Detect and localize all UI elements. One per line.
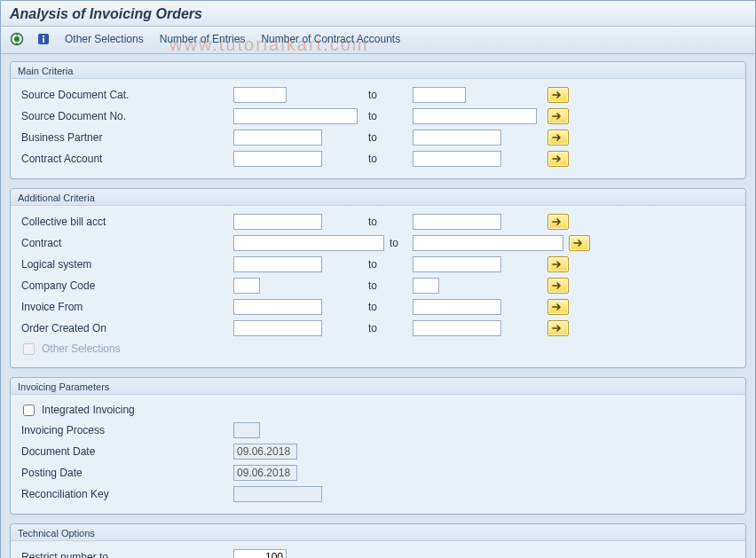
- integrated-invoicing-checkbox[interactable]: [23, 405, 35, 416]
- collective-bill-from-input[interactable]: [233, 214, 322, 230]
- row-source-document-cat: Source Document Cat. to: [20, 84, 736, 106]
- sap-window: Analysis of Invoicing Orders www.tutoria…: [0, 0, 756, 558]
- label: Company Code: [20, 279, 228, 292]
- logical-system-to-input[interactable]: [413, 256, 501, 272]
- company-code-to-input[interactable]: [413, 278, 439, 294]
- order-created-from-input[interactable]: [233, 320, 322, 336]
- multiple-selection-button[interactable]: [547, 256, 569, 272]
- multiple-selection-button[interactable]: [547, 320, 569, 336]
- group-legend: Additional Criteria: [11, 189, 745, 206]
- contract-from-input[interactable]: [233, 235, 384, 251]
- svg-rect-5: [43, 35, 44, 37]
- to-label: to: [363, 131, 407, 144]
- src-doc-no-to-input[interactable]: [413, 108, 537, 124]
- row-contract: Contract to: [20, 232, 736, 254]
- to-label: to: [363, 322, 407, 334]
- row-order-created-on: Order Created On to: [20, 318, 736, 339]
- label: Source Document Cat.: [20, 89, 228, 101]
- label: Invoicing Process: [20, 424, 228, 436]
- multiple-selection-button[interactable]: [547, 87, 569, 103]
- label: Contract Account: [20, 153, 228, 165]
- multiple-selection-button[interactable]: [547, 299, 569, 315]
- multiple-selection-button[interactable]: [569, 235, 590, 251]
- integrated-invoicing-label: Integrated Invoicing: [42, 404, 135, 416]
- row-restrict-number: Restrict number to: [20, 546, 736, 558]
- row-logical-system: Logical system to: [20, 254, 736, 275]
- execute-button[interactable]: [8, 30, 26, 48]
- row-business-partner: Business Partner to: [20, 127, 736, 148]
- to-label: to: [363, 153, 407, 165]
- multiple-selection-button[interactable]: [547, 151, 569, 167]
- contract-account-to-input[interactable]: [413, 151, 501, 167]
- invoice-from-to-input[interactable]: [413, 299, 501, 315]
- group-main-criteria: Main Criteria Source Document Cat. to So…: [10, 61, 746, 179]
- row-posting-date: Posting Date: [20, 462, 736, 483]
- company-code-from-input[interactable]: [233, 278, 260, 294]
- src-doc-no-from-input[interactable]: [233, 108, 358, 124]
- toolbar: Other Selections Number of Entries Numbe…: [1, 27, 755, 54]
- label: Contract: [20, 237, 228, 249]
- menu-number-of-contract-accounts[interactable]: Number of Contract Accounts: [257, 31, 404, 47]
- reconciliation-key-input[interactable]: [233, 486, 322, 502]
- content-area: Main Criteria Source Document Cat. to So…: [1, 54, 755, 558]
- contract-account-from-input[interactable]: [233, 151, 322, 167]
- restrict-number-input[interactable]: [233, 549, 287, 558]
- logical-system-from-input[interactable]: [233, 256, 322, 272]
- document-date-input[interactable]: [233, 444, 297, 460]
- label: Source Document No.: [20, 110, 228, 122]
- business-partner-from-input[interactable]: [233, 130, 322, 145]
- group-legend: Invoicing Parameters: [11, 378, 745, 395]
- row-source-document-no: Source Document No. to: [20, 106, 736, 127]
- label: Business Partner: [20, 131, 228, 144]
- invoicing-process-input[interactable]: [233, 422, 260, 438]
- business-partner-to-input[interactable]: [413, 130, 501, 145]
- group-invoicing-parameters: Invoicing Parameters Integrated Invoicin…: [10, 377, 746, 515]
- collective-bill-to-input[interactable]: [413, 214, 501, 230]
- other-selections-checkbox: [23, 343, 35, 355]
- label: Posting Date: [20, 467, 228, 479]
- src-doc-cat-from-input[interactable]: [233, 87, 287, 103]
- label: Invoice From: [20, 301, 228, 313]
- label: Collective bill acct: [20, 216, 228, 228]
- info-button[interactable]: [35, 30, 52, 48]
- multiple-selection-button[interactable]: [547, 130, 569, 145]
- label: Document Date: [20, 445, 228, 458]
- posting-date-input[interactable]: [233, 465, 297, 481]
- row-document-date: Document Date: [20, 441, 736, 462]
- group-legend: Main Criteria: [11, 62, 745, 79]
- multiple-selection-button[interactable]: [547, 108, 569, 124]
- label: Reconciliation Key: [20, 488, 228, 500]
- to-label: to: [363, 301, 407, 313]
- titlebar: Analysis of Invoicing Orders: [1, 1, 755, 27]
- group-additional-criteria: Additional Criteria Collective bill acct…: [10, 188, 746, 368]
- order-created-to-input[interactable]: [413, 320, 501, 336]
- label: Logical system: [20, 258, 228, 271]
- label: Restrict number to: [20, 551, 228, 558]
- group-legend: Technical Options: [11, 524, 745, 541]
- multiple-selection-button[interactable]: [547, 214, 569, 230]
- src-doc-cat-to-input[interactable]: [413, 87, 466, 103]
- row-collective-bill-acct: Collective bill acct to: [20, 211, 736, 232]
- group-technical-options: Technical Options Restrict number to No …: [10, 523, 746, 558]
- invoice-from-from-input[interactable]: [233, 299, 322, 315]
- to-label: to: [390, 237, 407, 249]
- row-invoice-from: Invoice From to: [20, 296, 736, 318]
- contract-to-input[interactable]: [413, 235, 563, 251]
- page-title: Analysis of Invoicing Orders: [10, 6, 746, 22]
- row-invoicing-process: Invoicing Process: [20, 420, 736, 441]
- row-company-code: Company Code to: [20, 275, 736, 296]
- to-label: to: [363, 110, 407, 122]
- svg-point-1: [14, 36, 20, 42]
- menu-number-of-entries[interactable]: Number of Entries: [156, 31, 249, 47]
- row-reconciliation-key: Reconciliation Key: [20, 483, 736, 505]
- other-selections-cb-label: Other Selections: [42, 342, 121, 355]
- svg-rect-6: [43, 38, 44, 43]
- menu-other-selections[interactable]: Other Selections: [61, 31, 147, 47]
- multiple-selection-button[interactable]: [547, 278, 569, 294]
- row-contract-account: Contract Account to: [20, 148, 736, 169]
- row-integrated-invoicing: Integrated Invoicing: [20, 400, 736, 420]
- to-label: to: [363, 216, 407, 228]
- row-other-selections-checkbox: Other Selections: [20, 339, 736, 358]
- label: Order Created On: [20, 322, 228, 334]
- to-label: to: [363, 89, 407, 101]
